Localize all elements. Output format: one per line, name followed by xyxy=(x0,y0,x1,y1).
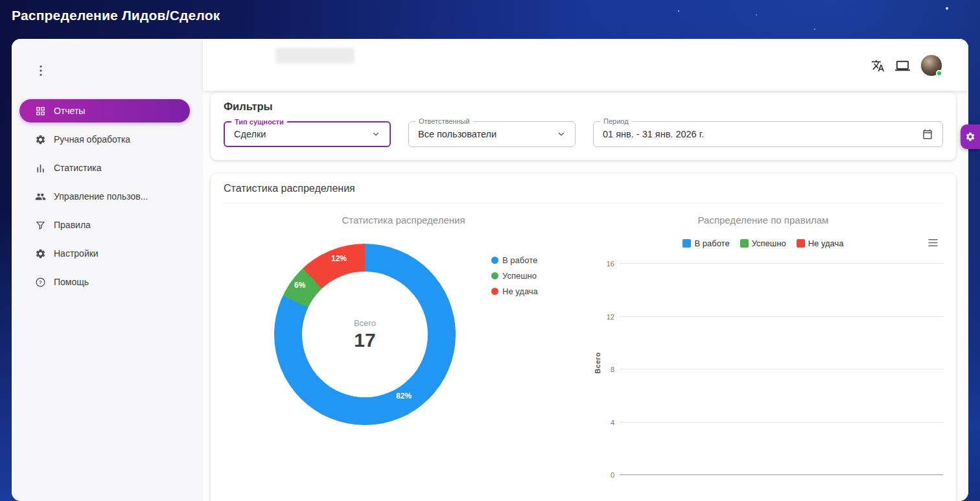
slice-label-in-work: 82% xyxy=(396,391,412,401)
legend-item-success[interactable]: Успешно xyxy=(740,239,786,248)
kebab-menu-icon[interactable] xyxy=(34,64,49,79)
legend-label: В работе xyxy=(502,255,537,265)
legend-square xyxy=(740,239,749,248)
translate-icon[interactable] xyxy=(871,59,885,73)
y-tick-label: 8 xyxy=(596,366,614,373)
y-tick-label: 0 xyxy=(596,471,614,479)
chart-menu-icon[interactable] xyxy=(927,237,939,251)
laptop-icon[interactable] xyxy=(895,58,910,73)
legend-item-fail[interactable]: Не удача xyxy=(797,239,844,248)
gridline xyxy=(620,369,943,369)
slice-label-success: 6% xyxy=(294,281,305,290)
y-tick-label: 4 xyxy=(596,419,614,426)
entity-type-value: Сделки xyxy=(234,129,371,139)
sidebar-item-label: Настройки xyxy=(54,248,99,259)
legend-item-fail[interactable]: Не удача xyxy=(491,286,538,296)
bar-chart-section: Распределение по правилам В работе Успеш… xyxy=(583,204,943,489)
legend-label: В работе xyxy=(694,239,729,248)
legend-label: Не удача xyxy=(808,239,844,248)
sidebar-item-manual-processing[interactable]: Ручная обработка xyxy=(19,128,190,151)
settings-gear-icon xyxy=(35,248,46,259)
gear-icon xyxy=(35,134,46,145)
pie-chart-section: Статистика распределения 12% 6% 82% Всег… xyxy=(224,204,583,489)
legend-label: Успешно xyxy=(502,271,537,281)
gridline xyxy=(620,422,943,423)
filters-title: Фильтры xyxy=(224,100,943,113)
background-stars xyxy=(678,10,679,12)
total-label: Всего xyxy=(354,318,376,328)
sidebar-item-label: Управление пользов... xyxy=(54,191,148,202)
bar-chart-icon xyxy=(35,163,46,174)
stats-card-title: Статистика распределения xyxy=(224,183,943,194)
header-icons xyxy=(871,54,942,76)
legend-square xyxy=(682,239,691,248)
pie-chart-title: Статистика распределения xyxy=(224,215,583,226)
y-tick-label: 12 xyxy=(596,313,614,321)
sidebar-item-reports[interactable]: Отчеты xyxy=(19,99,190,122)
period-value: 01 янв. - 31 янв. 2026 г. xyxy=(603,129,922,139)
responsible-select[interactable]: Ответственный Все пользователи xyxy=(408,121,576,147)
sidebar-item-label: Помощь xyxy=(54,277,89,287)
chevron-down-icon xyxy=(557,130,566,139)
responsible-label: Ответственный xyxy=(415,117,473,126)
responsible-value: Все пользователи xyxy=(418,129,557,139)
sidebar-item-user-management[interactable]: Управление пользов... xyxy=(19,185,190,208)
gridline xyxy=(620,263,943,264)
x-axis-line xyxy=(620,474,943,475)
legend-dot xyxy=(491,257,498,264)
scroll-area: Фильтры Тип сущности Сделки Ответственны… xyxy=(203,91,968,501)
period-input[interactable]: Период 01 янв. - 31 янв. 2026 г. xyxy=(593,121,943,147)
sidebar-item-label: Правила xyxy=(54,220,91,230)
sidebar-item-label: Ручная обработка xyxy=(54,134,130,145)
entity-type-label: Тип сущности xyxy=(231,118,287,126)
entity-type-select[interactable]: Тип сущности Сделки xyxy=(224,121,391,147)
content-area: Фильтры Тип сущности Сделки Ответственны… xyxy=(203,39,968,501)
filter-fields: Тип сущности Сделки Ответственный Все по… xyxy=(224,121,943,147)
legend-square xyxy=(797,239,805,248)
legend-item-success[interactable]: Успешно xyxy=(491,271,538,281)
sidebar-item-rules[interactable]: Правила xyxy=(19,213,190,237)
sidebar: Отчеты Ручная обработка Статистика Управ… xyxy=(12,39,203,501)
online-status-dot xyxy=(936,70,942,76)
sidebar-nav: Отчеты Ручная обработка Статистика Управ… xyxy=(19,99,190,299)
donut-center: Всего 17 xyxy=(302,272,428,397)
main-card: Отчеты Ручная обработка Статистика Управ… xyxy=(12,39,968,501)
calendar-icon[interactable] xyxy=(922,128,933,140)
page-title: Распределение Лидов/Сделок xyxy=(12,8,220,23)
donut-chart[interactable]: 12% 6% 82% Всего 17 xyxy=(274,244,456,425)
bar-legend: В работе Успешно Не удача xyxy=(583,239,943,248)
settings-fab[interactable] xyxy=(961,124,980,149)
sidebar-item-label: Отчеты xyxy=(54,106,85,116)
sidebar-item-settings[interactable]: Настройки xyxy=(19,242,190,265)
legend-dot xyxy=(491,272,498,279)
help-icon xyxy=(35,277,46,288)
legend-dot xyxy=(491,288,498,295)
blurred-logo xyxy=(275,48,355,64)
users-icon xyxy=(35,191,46,202)
legend-item-in-work[interactable]: В работе xyxy=(682,239,729,248)
total-value: 17 xyxy=(354,329,375,351)
gear-icon xyxy=(965,132,975,142)
filters-card: Фильтры Тип сущности Сделки Ответственны… xyxy=(211,93,956,160)
period-label: Период xyxy=(600,117,632,126)
sidebar-item-help[interactable]: Помощь xyxy=(19,270,190,294)
bar-chart-title: Распределение по правилам xyxy=(583,215,943,226)
y-tick-label: 16 xyxy=(596,260,614,268)
pie-legend: В работе Успешно Не удача xyxy=(491,255,538,302)
filter-icon xyxy=(35,220,46,231)
legend-label: Не удача xyxy=(502,286,538,296)
charts-row: Статистика распределения 12% 6% 82% Всег… xyxy=(224,204,943,489)
chevron-down-icon xyxy=(371,130,380,139)
stats-card: Статистика распределения Статистика расп… xyxy=(211,174,956,501)
gridline xyxy=(620,316,943,317)
sidebar-item-label: Статистика xyxy=(54,163,102,173)
content-header xyxy=(203,39,968,91)
sidebar-item-statistics[interactable]: Статистика xyxy=(19,156,190,180)
legend-label: Успешно xyxy=(752,239,786,248)
reports-grid-icon xyxy=(35,106,46,117)
legend-item-in-work[interactable]: В работе xyxy=(491,255,538,265)
user-avatar[interactable] xyxy=(920,54,942,76)
bar-plot: Всего 16 12 8 4 0 xyxy=(620,264,943,475)
slice-label-fail: 12% xyxy=(331,254,347,263)
